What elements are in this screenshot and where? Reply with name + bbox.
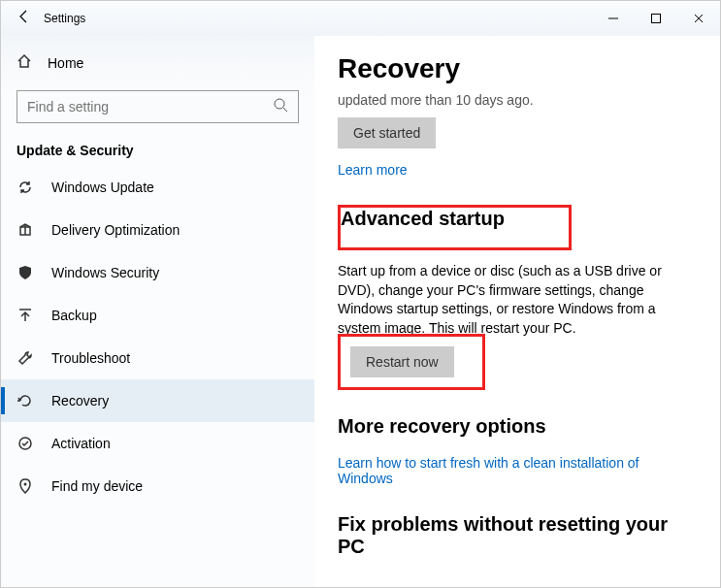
sidebar-item-label: Troubleshoot: [51, 350, 130, 366]
close-button[interactable]: [677, 1, 720, 36]
sidebar: Home Update & Security Windows Update De…: [1, 36, 314, 587]
location-icon: [16, 478, 34, 494]
sidebar-home-label: Home: [48, 55, 83, 71]
sidebar-item-label: Recovery: [51, 393, 109, 408]
sidebar-item-activation[interactable]: Activation: [1, 422, 314, 465]
learn-more-link[interactable]: Learn more: [338, 162, 697, 178]
main-content: Recovery updated more than 10 days ago. …: [314, 36, 720, 587]
svg-rect-1: [652, 15, 661, 23]
home-icon: [16, 53, 32, 73]
sidebar-item-recovery[interactable]: Recovery: [1, 379, 314, 422]
sidebar-item-find-my-device[interactable]: Find my device: [1, 465, 314, 507]
sidebar-category: Update & Security: [1, 139, 314, 166]
sidebar-item-label: Windows Security: [51, 265, 159, 280]
titlebar: Settings: [1, 1, 720, 36]
sidebar-item-label: Windows Update: [51, 180, 154, 195]
svg-line-3: [283, 108, 287, 112]
page-title: Recovery: [338, 53, 697, 84]
backup-icon: [16, 308, 34, 323]
recovery-icon: [16, 393, 34, 408]
more-recovery-heading: More recovery options: [338, 415, 697, 438]
maximize-button[interactable]: [635, 1, 677, 36]
minimize-button[interactable]: [592, 1, 635, 36]
sidebar-item-label: Backup: [51, 308, 97, 323]
advanced-startup-description: Start up from a device or disc (such as …: [338, 262, 697, 338]
check-icon: [16, 436, 34, 451]
advanced-startup-heading: Advanced startup: [341, 208, 505, 230]
sidebar-item-delivery-optimization[interactable]: Delivery Optimization: [1, 209, 314, 251]
sidebar-item-windows-update[interactable]: Windows Update: [1, 166, 314, 209]
svg-point-6: [24, 483, 27, 486]
svg-point-2: [275, 99, 284, 109]
sidebar-nav: Windows Update Delivery Optimization Win…: [1, 166, 314, 507]
search-box[interactable]: [16, 90, 299, 123]
sidebar-item-backup[interactable]: Backup: [1, 294, 314, 337]
highlight-advanced-startup: Advanced startup: [338, 205, 572, 250]
sidebar-item-label: Activation: [51, 436, 111, 451]
sidebar-home[interactable]: Home: [1, 44, 314, 82]
sidebar-item-label: Find my device: [51, 478, 143, 494]
search-input[interactable]: [27, 99, 273, 114]
fix-problems-heading: Fix problems without resetting your PC: [338, 513, 697, 558]
window-title: Settings: [40, 12, 85, 25]
shield-icon: [16, 265, 34, 280]
sidebar-item-windows-security[interactable]: Windows Security: [1, 251, 314, 294]
back-button[interactable]: [9, 9, 40, 28]
sidebar-item-troubleshoot[interactable]: Troubleshoot: [1, 337, 314, 379]
search-icon: [273, 97, 288, 116]
highlight-restart-now: Restart now: [338, 334, 485, 390]
truncated-text: updated more than 10 days ago.: [338, 92, 697, 108]
wrench-icon: [16, 350, 34, 366]
delivery-icon: [16, 222, 34, 238]
sync-icon: [16, 180, 34, 195]
get-started-button[interactable]: Get started: [338, 117, 436, 148]
start-fresh-link[interactable]: Learn how to start fresh with a clean in…: [338, 455, 697, 486]
restart-now-button[interactable]: Restart now: [350, 346, 454, 377]
sidebar-item-label: Delivery Optimization: [51, 222, 180, 238]
